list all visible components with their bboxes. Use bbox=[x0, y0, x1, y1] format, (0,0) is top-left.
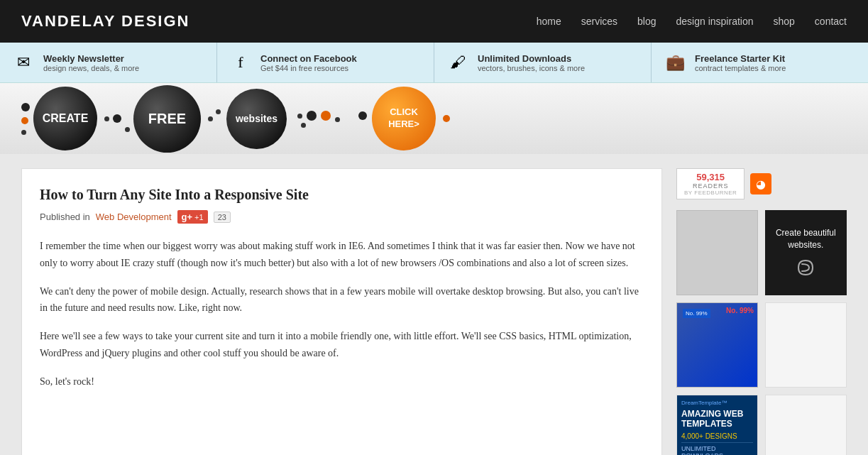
weekly-newsletter-icon: ✉ bbox=[11, 50, 36, 75]
sidebar-ad-dreamtemplate[interactable]: DreamTemplate™ AMAZING WEB TEMPLATES 4,0… bbox=[676, 395, 758, 455]
article-paragraph: We can't deny the power of mobile design… bbox=[40, 283, 644, 317]
share-count: 23 bbox=[214, 212, 231, 223]
facebook-icon: f bbox=[228, 50, 253, 75]
nav-item-home[interactable]: home bbox=[537, 16, 561, 27]
article-paragraph: I remember the time when our biggest wor… bbox=[40, 238, 644, 272]
dot-decoration bbox=[21, 130, 26, 135]
feedburner-box[interactable]: 59,315 readers BY FEEDBURNER bbox=[676, 168, 745, 199]
article-paragraph: Here we'll see a few ways to take your c… bbox=[40, 328, 644, 362]
dot-decoration bbox=[321, 111, 331, 121]
dream-subtitle: 4,000+ DESIGNS bbox=[681, 432, 753, 440]
promo-bar: ✉ Weekly Newsletter design news, deals, … bbox=[0, 43, 868, 83]
feedburner-widget: 59,315 readers BY FEEDBURNER ◕ bbox=[676, 168, 847, 199]
sidebar-row-3: DreamTemplate™ AMAZING WEB TEMPLATES 4,0… bbox=[676, 395, 847, 455]
sidebar-ad-empty[interactable] bbox=[765, 302, 847, 388]
promo-sub-freelance: contract templates & more bbox=[695, 64, 786, 72]
click-here-button[interactable]: CLICK HERE> bbox=[372, 87, 436, 150]
article-body: I remember the time when our biggest wor… bbox=[40, 238, 644, 390]
freelance-icon: 💼 bbox=[662, 50, 688, 75]
dot-decoration bbox=[125, 127, 130, 132]
dot-decoration bbox=[104, 116, 109, 121]
sidebar-ad-blue[interactable]: No. 99% bbox=[676, 302, 758, 388]
nav-item-services[interactable]: services bbox=[581, 16, 617, 27]
article-category[interactable]: Web Development bbox=[96, 212, 172, 222]
promo-sub-downloads: vectors, brushes, icons & more bbox=[478, 64, 585, 72]
promo-title-weekly-newsletter: Weekly Newsletter bbox=[43, 53, 139, 64]
main-layout: How to Turn Any Site Into a Responsive S… bbox=[0, 154, 868, 455]
article-title: How to Turn Any Site Into a Responsive S… bbox=[40, 187, 644, 203]
promo-item-freelance[interactable]: 💼 Freelance Starter Kit contract templat… bbox=[652, 43, 868, 82]
dot-decoration bbox=[21, 103, 30, 111]
dots-mid bbox=[104, 106, 130, 132]
sidebar-ad-empty2[interactable] bbox=[765, 395, 847, 455]
feedburner-by: BY FEEDBURNER bbox=[684, 190, 737, 196]
click-here-label: CLICK HERE> bbox=[388, 106, 419, 131]
rss-icon[interactable]: ◕ bbox=[750, 173, 771, 194]
feedburner-readers: readers bbox=[693, 182, 729, 190]
squarespace-logo-icon bbox=[795, 257, 816, 278]
dot-decoration bbox=[208, 116, 213, 121]
dot-decoration bbox=[113, 114, 121, 123]
nav-item-design-inspiration[interactable]: design inspiration bbox=[676, 16, 754, 27]
websites-circle[interactable]: websites bbox=[226, 89, 287, 149]
dots-mid2 bbox=[208, 116, 221, 121]
google-plus-button[interactable]: g+ +1 bbox=[177, 210, 208, 224]
dream-brand: DreamTemplate™ bbox=[681, 400, 753, 406]
ad-label: No. 99% bbox=[683, 309, 710, 318]
dots-scatter bbox=[297, 110, 368, 128]
promo-item-facebook[interactable]: f Connect on Facebook Get $44 in free re… bbox=[217, 43, 434, 82]
squarespace-text: Create beautiful websites. bbox=[772, 227, 840, 251]
sidebar-row-2: No. 99% bbox=[676, 302, 847, 388]
nav-item-shop[interactable]: shop bbox=[774, 16, 795, 27]
site-logo[interactable]: VANDELAY DESIGN bbox=[21, 12, 189, 31]
banner-inner: CREATE FREE websites bbox=[21, 85, 847, 153]
article-meta: Published in Web Development g+ +1 23 bbox=[40, 210, 644, 224]
gplus-label: +1 bbox=[194, 213, 204, 221]
dream-title: AMAZING WEB TEMPLATES bbox=[681, 409, 753, 429]
nav-item-blog[interactable]: blog bbox=[637, 16, 656, 27]
sidebar-row-1: Create beautiful websites. bbox=[676, 210, 847, 295]
dot-decoration bbox=[335, 117, 340, 122]
dream-desc: UNLIMITED DOWNLOADS bbox=[681, 442, 753, 455]
sidebar: 59,315 readers BY FEEDBURNER ◕ Create be… bbox=[676, 168, 847, 455]
article-content: How to Turn Any Site Into a Responsive S… bbox=[21, 168, 662, 455]
sidebar-ad-1[interactable] bbox=[676, 210, 758, 295]
promo-sub-facebook: Get $44 in free resources bbox=[260, 64, 357, 72]
promo-item-weekly-newsletter[interactable]: ✉ Weekly Newsletter design news, deals, … bbox=[0, 43, 217, 82]
dot-decoration bbox=[21, 117, 28, 124]
promo-title-freelance: Freelance Starter Kit bbox=[695, 53, 786, 64]
nav-item-contact[interactable]: contact bbox=[815, 16, 847, 27]
dot-decoration bbox=[297, 114, 302, 119]
banner: CREATE FREE websites bbox=[0, 83, 868, 154]
dot-decoration bbox=[307, 111, 317, 121]
published-label: Published in bbox=[40, 212, 90, 222]
squarespace-ad[interactable]: Create beautiful websites. bbox=[765, 210, 847, 295]
dots-left bbox=[21, 103, 30, 135]
feedburner-count: 59,315 bbox=[696, 172, 725, 182]
dot-decoration bbox=[301, 123, 306, 128]
promo-title-downloads: Unlimited Downloads bbox=[478, 53, 585, 64]
promo-sub-weekly-newsletter: design news, deals, & more bbox=[43, 64, 139, 72]
free-circle[interactable]: FREE bbox=[133, 85, 201, 153]
create-circle[interactable]: CREATE bbox=[33, 87, 97, 150]
site-header: VANDELAY DESIGN homeservicesblogdesign i… bbox=[0, 0, 868, 43]
gplus-icon: g+ bbox=[182, 212, 193, 222]
dot-decoration bbox=[443, 115, 450, 122]
dot-decoration bbox=[216, 109, 221, 114]
dot-decoration bbox=[358, 111, 367, 120]
main-nav: homeservicesblogdesign inspirationshopco… bbox=[537, 16, 847, 27]
promo-title-facebook: Connect on Facebook bbox=[260, 53, 357, 64]
downloads-icon: 🖌 bbox=[445, 50, 471, 75]
promo-item-downloads[interactable]: 🖌 Unlimited Downloads vectors, brushes, … bbox=[434, 43, 652, 82]
article-paragraph: So, let's rock! bbox=[40, 373, 644, 390]
